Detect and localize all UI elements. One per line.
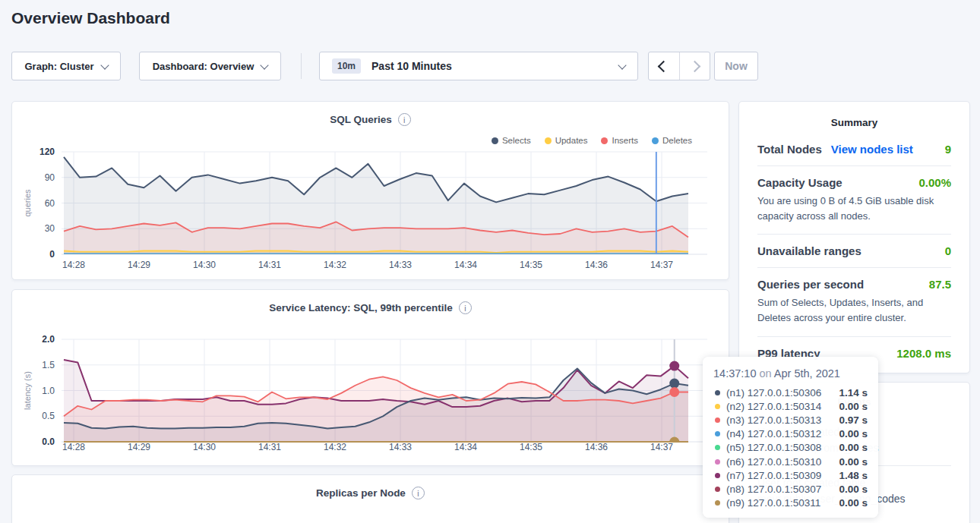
series-color-dot [715,473,720,478]
tooltip-row: (n3) 127.0.0.1:503130.97 s [713,413,868,427]
tooltip-timestamp: 14:37:10 on Apr 5th, 2021 [713,367,868,380]
x-axis-tick: 14:32 [324,442,346,452]
replicas-per-node-header: Replicas per Node [12,487,729,499]
legend-label: Updates [555,136,588,145]
x-axis-tick: 14:37 [650,442,673,452]
x-axis-tick: 14:31 [258,260,281,270]
capacity-description: You are using 0 B of 4.5 GiB usable disk… [757,194,951,224]
time-range-badge: 10m [332,58,361,74]
sql-queries-card: SQL Queries SelectsUpdatesInsertsDeletes… [11,101,729,280]
legend-dot [492,137,498,144]
tooltip-node-label: (n9) 127.0.0.1:50311 [726,497,839,509]
chart-hover-tooltip: 14:37:10 on Apr 5th, 2021 (n1) 127.0.0.1… [703,357,878,518]
tooltip-node-label: (n2) 127.0.0.1:50314 [726,401,839,412]
sql-queries-header: SQL Queries [12,113,729,126]
tooltip-node-value: 1.48 s [839,470,868,481]
tooltip-node-value: 0.00 s [839,442,868,453]
tooltip-row: (n8) 127.0.0.1:503070.00 s [713,482,868,496]
total-nodes-value: 9 [945,143,951,156]
time-range-dropdown[interactable]: 10m Past 10 Minutes [319,52,638,80]
chevron-down-icon [100,61,109,69]
qps-value: 87.5 [929,278,951,291]
summary-unavailable-ranges: Unavailable ranges 0 [757,235,951,268]
tooltip-node-value: 0.00 s [839,456,868,468]
x-axis-tick: 14:35 [520,260,542,270]
tooltip-node-label: (n7) 127.0.0.1:50309 [726,470,839,481]
tooltip-node-value: 0.00 s [839,484,868,495]
tooltip-node-label: (n5) 127.0.0.1:50308 [726,442,839,453]
series-color-dot [715,487,720,492]
tooltip-date: Apr 5th, 2021 [774,367,840,380]
dashboard-dropdown-label: Dashboard: Overview [153,61,254,72]
info-icon[interactable] [412,487,425,499]
tooltip-node-label: (n6) 127.0.0.1:50310 [726,456,839,468]
p99-latency-value: 1208.0 ms [896,347,951,360]
time-step-buttons [648,52,710,80]
y-axis-tick: 1.0 [42,386,55,396]
legend-dot [652,137,659,144]
tooltip-node-value: 0.00 s [839,497,868,509]
service-latency-card: Service Latency: SQL, 99th percentile 14… [11,289,729,466]
tooltip-node-label: (n1) 127.0.0.1:50306 [726,387,839,399]
info-icon[interactable] [459,301,472,314]
tooltip-row: (n5) 127.0.0.1:503080.00 s [713,441,868,455]
time-next-button[interactable] [679,52,710,80]
info-icon[interactable] [398,113,411,126]
unavailable-ranges-label: Unavailable ranges [757,244,861,257]
x-axis-tick: 14:33 [389,442,412,452]
legend-item-selects[interactable]: Selects [492,136,531,145]
qps-description: Sum of Selects, Updates, Inserts, and De… [757,295,951,326]
tooltip-row: (n9) 127.0.0.1:503110.00 s [713,496,868,510]
chart-title: Service Latency: SQL, 99th percentile [269,302,453,313]
time-range-label: Past 10 Minutes [371,60,619,72]
legend-item-deletes[interactable]: Deletes [652,136,692,145]
time-prev-button[interactable] [649,52,679,80]
legend-label: Inserts [612,136,638,145]
now-button[interactable]: Now [714,52,758,80]
chevron-down-icon [261,61,269,69]
y-axis-tick: 0.0 [42,436,55,447]
tooltip-node-label: (n8) 127.0.0.1:50307 [726,484,839,495]
dashboard-dropdown[interactable]: Dashboard: Overview [139,52,281,80]
chevron-right-icon [688,60,700,72]
tooltip-row: (n1) 127.0.0.1:503061.14 s [713,386,868,399]
view-nodes-list-link[interactable]: View nodes list [831,143,913,156]
service-latency-chart[interactable]: 14:2814:2914:3014:3114:3214:3314:3414:35… [12,290,730,467]
hover-dot [669,387,679,397]
y-axis-label: latency (s) [23,371,32,410]
tooltip-node-value: 0.97 s [839,414,868,426]
x-axis-tick: 14:36 [585,260,608,270]
sql-queries-chart[interactable]: 14:2814:2914:3014:3114:3214:3314:3414:35… [12,102,730,281]
series-color-dot [715,390,720,395]
summary-panel: Summary Total Nodes View nodes list 9 Ca… [738,101,970,373]
legend-label: Deletes [662,136,692,145]
graph-dropdown[interactable]: Graph: Cluster [11,52,121,80]
y-axis-tick: 30 [45,223,55,234]
graph-dropdown-label: Graph: Cluster [24,61,93,72]
series-color-dot [715,431,720,436]
x-axis-tick: 14:37 [650,260,673,270]
legend-dot [601,137,608,144]
x-axis-tick: 14:30 [193,260,216,270]
x-axis-tick: 14:32 [324,260,346,270]
chart-title: Replicas per Node [316,487,406,499]
tooltip-row: (n7) 127.0.0.1:503091.48 s [713,468,868,482]
chart-legend: SelectsUpdatesInsertsDeletes [492,136,692,145]
x-axis-tick: 14:34 [454,260,477,270]
tooltip-node-value: 0.00 s [839,401,868,412]
tooltip-row: (n6) 127.0.0.1:503100.00 s [713,455,868,468]
series-color-dot [715,445,720,450]
x-axis-tick: 14:28 [62,260,85,270]
tooltip-node-label: (n4) 127.0.0.1:50312 [726,428,839,440]
overview-dashboard-page: Overview Dashboard Graph: Cluster Dashbo… [0,0,980,523]
total-nodes-label: Total Nodes [757,143,822,156]
tooltip-rows: (n1) 127.0.0.1:503061.14 s(n2) 127.0.0.1… [713,386,868,510]
legend-item-updates[interactable]: Updates [545,136,588,145]
x-axis-tick: 14:34 [454,442,477,452]
page-title: Overview Dashboard [11,9,170,27]
legend-item-inserts[interactable]: Inserts [601,136,638,145]
y-axis-label: queries [23,189,32,217]
summary-qps: Queries per second 87.5 Sum of Selects, … [757,268,951,336]
x-axis-tick: 14:35 [520,442,542,452]
replicas-per-node-card: Replicas per Node [11,474,729,523]
